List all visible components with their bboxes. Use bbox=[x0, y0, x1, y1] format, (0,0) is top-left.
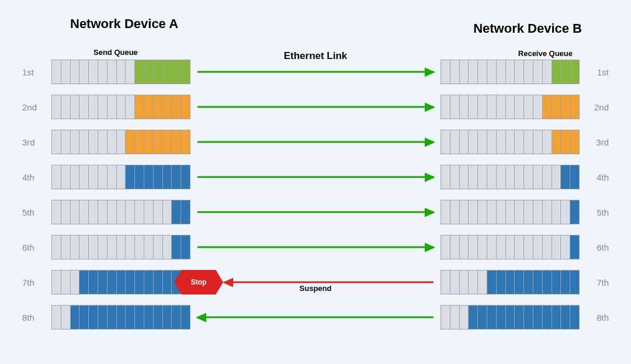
queue-cell bbox=[478, 271, 487, 294]
queue-cell bbox=[61, 271, 71, 294]
arrow-head-icon bbox=[425, 102, 435, 112]
queue-cell bbox=[135, 95, 144, 119]
queue-cell bbox=[460, 200, 469, 224]
queue-cell bbox=[570, 235, 579, 259]
row-label-left: 7th bbox=[22, 278, 34, 287]
receive-queue bbox=[441, 60, 580, 84]
queue-cell bbox=[524, 60, 533, 84]
queue-cell bbox=[89, 130, 98, 154]
label-receive-queue: Receive Queue bbox=[518, 49, 573, 58]
queue-cell bbox=[79, 165, 89, 189]
queue-cell bbox=[181, 306, 190, 329]
queue-cell bbox=[117, 165, 126, 189]
queue-cell bbox=[61, 165, 71, 189]
queue-cell bbox=[497, 60, 506, 84]
send-queue bbox=[51, 200, 190, 224]
receive-queue bbox=[441, 270, 580, 294]
queue-cell bbox=[533, 271, 543, 294]
queue-cell bbox=[61, 60, 71, 84]
queue-cell bbox=[441, 235, 450, 259]
queue-cell bbox=[52, 200, 61, 224]
queue-cell bbox=[98, 200, 108, 224]
arrow-icon bbox=[197, 212, 434, 213]
queue-cell bbox=[144, 235, 154, 259]
queue-cell bbox=[497, 306, 506, 329]
queue-cell bbox=[570, 306, 579, 329]
arrow-icon bbox=[224, 282, 434, 283]
queue-cell bbox=[441, 130, 450, 154]
queue-row: 1st1st bbox=[22, 60, 609, 84]
queue-cell bbox=[497, 130, 506, 154]
queue-cell bbox=[552, 95, 561, 119]
queue-cell bbox=[61, 306, 71, 329]
queue-cell bbox=[144, 200, 154, 224]
queue-cell bbox=[524, 165, 533, 189]
queue-cell bbox=[533, 200, 543, 224]
queue-cell bbox=[515, 130, 524, 154]
queue-cell bbox=[71, 130, 80, 154]
queue-cell bbox=[71, 200, 80, 224]
queue-cell bbox=[79, 60, 89, 84]
arrow-head-icon bbox=[223, 278, 233, 287]
queue-cell bbox=[543, 235, 552, 259]
arrow-head-icon bbox=[425, 242, 435, 252]
queue-cell bbox=[163, 235, 172, 259]
queue-cell bbox=[469, 235, 478, 259]
queue-cell bbox=[478, 130, 487, 154]
row-label-right: 6th bbox=[597, 242, 609, 252]
queue-cell bbox=[450, 235, 460, 259]
queue-cell bbox=[144, 306, 154, 329]
queue-cell bbox=[89, 95, 98, 119]
queue-cell bbox=[570, 200, 579, 224]
queue-cell bbox=[487, 165, 497, 189]
queue-cell bbox=[98, 235, 108, 259]
queue-cell bbox=[515, 235, 524, 259]
queue-cell bbox=[460, 95, 469, 119]
queue-cell bbox=[497, 165, 506, 189]
queue-cell bbox=[469, 60, 478, 84]
queue-cell bbox=[172, 130, 181, 154]
queue-cell bbox=[181, 130, 190, 154]
queue-cell bbox=[71, 60, 80, 84]
rows-container: 1st1st2nd2nd3rd3rd4th4th5th5th6th6th7th7… bbox=[22, 60, 609, 340]
queue-cell bbox=[52, 165, 61, 189]
queue-row: 3rd3rd bbox=[22, 130, 609, 154]
queue-cell bbox=[172, 95, 181, 119]
queue-cell bbox=[144, 95, 154, 119]
arrow-icon bbox=[197, 176, 434, 178]
queue-cell bbox=[533, 165, 543, 189]
queue-cell bbox=[441, 165, 450, 189]
queue-cell bbox=[135, 271, 144, 294]
queue-row: 7th7thStop bbox=[22, 270, 609, 294]
row-label-right: 5th bbox=[597, 207, 609, 217]
queue-cell bbox=[154, 235, 163, 259]
receive-queue bbox=[441, 235, 580, 259]
queue-cell bbox=[478, 60, 487, 84]
queue-cell bbox=[71, 165, 80, 189]
queue-cell bbox=[163, 130, 172, 154]
queue-cell bbox=[126, 306, 135, 329]
queue-cell bbox=[469, 271, 478, 294]
queue-cell bbox=[135, 130, 144, 154]
queue-cell bbox=[561, 130, 570, 154]
queue-cell bbox=[98, 60, 108, 84]
queue-cell bbox=[552, 271, 561, 294]
queue-cell bbox=[79, 130, 89, 154]
queue-cell bbox=[117, 60, 126, 84]
queue-cell bbox=[126, 235, 135, 259]
queue-cell bbox=[135, 306, 144, 329]
queue-cell bbox=[126, 60, 135, 84]
queue-cell bbox=[163, 60, 172, 84]
queue-cell bbox=[79, 95, 89, 119]
queue-cell bbox=[71, 95, 80, 119]
queue-cell bbox=[79, 235, 89, 259]
queue-cell bbox=[89, 306, 98, 329]
queue-cell bbox=[126, 271, 135, 294]
queue-cell bbox=[460, 165, 469, 189]
queue-cell bbox=[108, 130, 117, 154]
queue-cell bbox=[61, 200, 71, 224]
queue-row: 5th5th bbox=[22, 200, 609, 224]
queue-cell bbox=[506, 200, 515, 224]
arrow-icon bbox=[197, 141, 434, 143]
arrow-icon bbox=[197, 317, 434, 318]
